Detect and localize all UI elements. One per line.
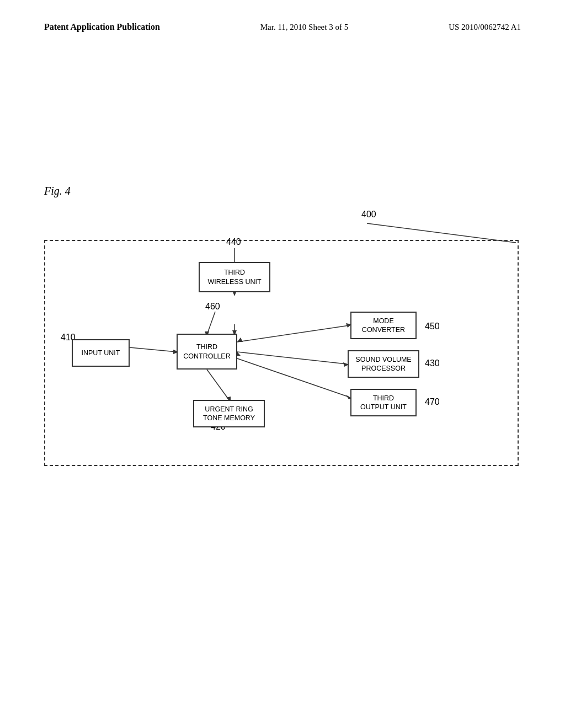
ref-450: 450 <box>425 322 440 331</box>
third-wireless-unit-block: THIRD WIRELESS UNIT <box>199 262 270 292</box>
third-output-unit-block: THIRD OUTPUT UNIT <box>350 389 417 416</box>
diagram-area: 400 440 460 410 450 430 470 420 THIRD WI… <box>44 207 519 472</box>
ref-440: 440 <box>226 237 241 247</box>
page-header: Patent Application Publication Mar. 11, … <box>0 0 565 32</box>
publication-label: Patent Application Publication <box>44 22 160 32</box>
ref-400: 400 <box>361 210 376 220</box>
urgent-ring-tone-memory-block: URGENT RING TONE MEMORY <box>193 400 265 427</box>
input-unit-block: INPUT UNIT <box>72 339 130 367</box>
ref-430: 430 <box>425 358 440 368</box>
mode-converter-block: MODE CONVERTER <box>350 312 417 339</box>
patent-number-label: US 2010/0062742 A1 <box>449 23 521 32</box>
third-controller-block: THIRD CONTROLLER <box>177 334 237 370</box>
ref-460: 460 <box>205 302 220 312</box>
ref-470: 470 <box>425 397 440 407</box>
figure-label: Fig. 4 <box>44 185 71 197</box>
date-sheet-label: Mar. 11, 2010 Sheet 3 of 5 <box>260 23 348 32</box>
sound-volume-processor-block: SOUND VOLUME PROCESSOR <box>348 350 419 378</box>
